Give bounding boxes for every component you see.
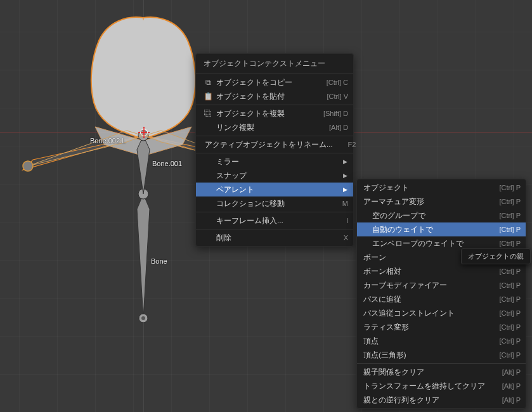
menu-item-label: パス追従コンストレイント — [363, 308, 484, 318]
menu-item-label: ボーン相対 — [363, 266, 484, 276]
menu-copy[interactable]: ⧉ オブジェクトをコピー [Ctrl] C — [196, 75, 353, 89]
menu-item-label: 空のグループで — [363, 210, 484, 221]
svg-point-9 — [23, 161, 33, 171]
shortcut: [Alt] D — [329, 122, 348, 132]
tooltip-text: オブジェクトの親 — [468, 252, 524, 260]
menu-move-collection[interactable]: コレクションに移動 M — [196, 196, 353, 210]
shortcut: [Alt] P — [502, 381, 521, 391]
shortcut: [Ctrl] P — [499, 336, 521, 346]
shortcut: [Ctrl] P — [499, 238, 521, 248]
submenu-path-constraint[interactable]: パス追従コンストレイント [Ctrl] P — [357, 306, 526, 320]
menu-item-label: アクティブオブジェクトをリネーム... — [205, 139, 333, 150]
submenu-arrow-icon: ▶ — [343, 171, 348, 181]
menu-item-label: アーマチュア変形 — [363, 196, 484, 207]
shortcut: [Ctrl] P — [499, 280, 521, 290]
menu-separator — [196, 229, 353, 229]
submenu-lattice[interactable]: ラティス変形 [Ctrl] P — [357, 320, 526, 334]
submenu-follow-path[interactable]: パスに追従 [Ctrl] P — [357, 292, 526, 306]
menu-item-label: 削除 — [216, 233, 328, 243]
shortcut: [Ctrl] P — [499, 183, 521, 193]
paste-icon: 📋 — [202, 91, 214, 101]
menu-rename[interactable]: アクティブオブジェクトをリネーム... F2 — [196, 138, 353, 151]
shortcut: I — [346, 216, 348, 226]
shortcut: [Ctrl] P — [499, 224, 521, 235]
shortcut: [Ctrl] V — [327, 91, 348, 101]
shortcut: [Alt] P — [502, 367, 521, 377]
shortcut: [Ctrl] P — [499, 350, 521, 360]
object-context-menu[interactable]: オブジェクトコンテクストメニュー ⧉ オブジェクトをコピー [Ctrl] C 📋… — [195, 53, 354, 247]
menu-item-label: パスに追従 — [363, 294, 484, 304]
menu-item-label: オブジェクトをコピー — [216, 77, 311, 87]
shortcut: [Ctrl] P — [499, 322, 521, 332]
menu-mirror[interactable]: ミラー ▶ — [196, 155, 353, 169]
duplicate-icon: ⿻ — [202, 108, 214, 119]
svg-marker-8 — [28, 131, 143, 166]
submenu-arrow-icon: ▶ — [343, 157, 348, 167]
menu-item-label: スナップ — [216, 171, 332, 181]
shortcut: [Ctrl] P — [499, 210, 521, 221]
menu-item-label: キーフレーム挿入... — [216, 216, 331, 226]
menu-keyframe[interactable]: キーフレーム挿入... I — [196, 214, 353, 228]
shortcut: [Shift] D — [323, 108, 348, 119]
menu-item-label: 親子関係をクリア — [363, 367, 487, 377]
menu-parent[interactable]: ペアレント ▶ — [196, 183, 353, 196]
shortcut: [Ctrl] P — [499, 266, 521, 276]
axis-y — [143, 0, 144, 412]
menu-item-label: エンベロープのウェイトで — [363, 238, 484, 248]
menu-item-label: トランスフォームを維持してクリア — [363, 381, 487, 391]
shortcut: [Ctrl] P — [499, 308, 521, 318]
shortcut: [Ctrl] C — [327, 77, 348, 87]
menu-separator — [196, 74, 353, 74]
menu-paste[interactable]: 📋 オブジェクトを貼付 [Ctrl] V — [196, 89, 353, 103]
menu-item-label: オブジェクト — [363, 183, 484, 193]
submenu-vertex-tri[interactable]: 頂点(三角形) [Ctrl] P — [357, 348, 526, 362]
menu-snap[interactable]: スナップ ▶ — [196, 169, 353, 183]
submenu-clear-keep-transform[interactable]: トランスフォームを維持してクリア [Alt] P — [357, 379, 526, 393]
submenu-bone-relative[interactable]: ボーン相対 [Ctrl] P — [357, 264, 526, 278]
menu-item-label: オブジェクトを複製 — [216, 108, 308, 119]
submenu-auto-weights[interactable]: 自動のウェイトで [Ctrl] P — [357, 222, 526, 236]
cursor-3d — [138, 127, 150, 138]
menu-delete[interactable]: 削除 X — [196, 231, 353, 245]
submenu-curve-deform[interactable]: カーブモディファイアー [Ctrl] P — [357, 278, 526, 292]
shortcut: X — [344, 233, 348, 243]
shortcut: M — [342, 198, 348, 209]
menu-item-label: 自動のウェイトで — [363, 224, 484, 235]
parent-submenu[interactable]: オブジェクト [Ctrl] P アーマチュア変形 [Ctrl] P 空のグループ… — [356, 179, 526, 409]
copy-icon: ⧉ — [202, 77, 214, 87]
menu-item-label: ペアレント — [216, 184, 332, 195]
bone-label: Bone.001 — [152, 160, 182, 167]
submenu-armature[interactable]: アーマチュア変形 [Ctrl] P — [357, 195, 526, 209]
submenu-arrow-icon: ▶ — [343, 184, 348, 195]
menu-item-label: 親との逆行列をクリア — [363, 395, 487, 405]
menu-item-label: カーブモディファイアー — [363, 280, 484, 290]
submenu-object[interactable]: オブジェクト [Ctrl] P — [357, 181, 526, 195]
submenu-empty-groups[interactable]: 空のグループで [Ctrl] P — [357, 209, 526, 222]
tooltip: オブジェクトの親 — [461, 248, 531, 264]
menu-item-label: 頂点 — [363, 336, 484, 346]
shortcut: [Ctrl] P — [499, 196, 521, 207]
menu-item-label: ミラー — [216, 157, 332, 167]
bone-label: Bone.002.L — [90, 137, 126, 145]
menu-separator — [196, 136, 353, 136]
bone-label: Bone — [151, 257, 167, 265]
menu-item-label: ラティス変形 — [363, 322, 484, 332]
shortcut: F2 — [348, 139, 356, 150]
menu-item-label: 頂点(三角形) — [363, 350, 484, 360]
menu-item-label: コレクションに移動 — [216, 198, 327, 209]
menu-separator — [357, 363, 526, 364]
menu-item-label: リンク複製 — [216, 122, 314, 132]
menu-duplicate[interactable]: ⿻ オブジェクトを複製 [Shift] D — [196, 106, 353, 120]
menu-separator — [196, 105, 353, 105]
shortcut: [Alt] P — [502, 395, 521, 405]
menu-title: オブジェクトコンテクストメニュー — [196, 55, 353, 72]
submenu-vertex[interactable]: 頂点 [Ctrl] P — [357, 334, 526, 348]
submenu-clear-parent[interactable]: 親子関係をクリア [Alt] P — [357, 365, 526, 379]
submenu-clear-inverse[interactable]: 親との逆行列をクリア [Alt] P — [357, 393, 526, 407]
menu-separator — [196, 153, 353, 153]
shortcut: [Ctrl] P — [499, 294, 521, 304]
menu-item-label: オブジェクトを貼付 — [216, 91, 311, 101]
menu-link-duplicate[interactable]: リンク複製 [Alt] D — [196, 120, 353, 134]
menu-separator — [196, 212, 353, 212]
